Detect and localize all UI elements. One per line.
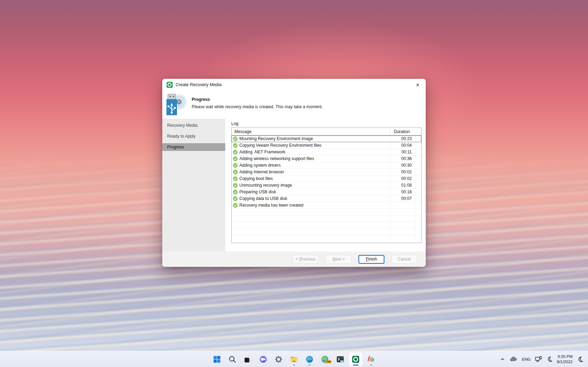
previous-button[interactable]: < Previous [293, 255, 319, 264]
tray-date: 8/1/2022 [557, 359, 573, 364]
step-title: Progress [192, 97, 323, 102]
success-check-icon [233, 203, 238, 208]
taskbar-icon-edge-canary[interactable]: CAN [318, 352, 332, 366]
log-message: Copying boot files [239, 176, 273, 181]
running-indicator [353, 365, 358, 366]
taskbar-clock[interactable]: 9:26 PM 8/1/2022 [557, 354, 573, 364]
log-duration: 00:07 [390, 195, 421, 202]
success-check-icon [233, 176, 238, 181]
close-button[interactable]: × [412, 80, 424, 90]
log-table-header: Message Duration [232, 128, 421, 136]
log-row-empty [232, 215, 421, 222]
log-message: Adding system drivers [239, 163, 281, 168]
language-indicator[interactable]: ENG [522, 357, 531, 361]
create-recovery-media-dialog: Create Recovery Media × [162, 79, 426, 267]
desktop-wallpaper: Create Recovery Media × [0, 0, 588, 367]
cancel-button[interactable]: Cancel [391, 255, 417, 264]
success-check-icon [233, 183, 238, 188]
running-indicator [308, 365, 310, 366]
success-check-icon [233, 163, 238, 168]
taskbar-icon-start[interactable] [210, 352, 224, 366]
do-not-disturb-icon[interactable] [577, 356, 583, 362]
log-duration: 00:23 [390, 136, 421, 142]
log-row[interactable]: Adding wireless networking support files… [232, 155, 421, 162]
log-row[interactable]: Copying boot files00:02 [232, 175, 421, 182]
taskbar-center: CAN [210, 351, 378, 367]
log-duration: 00:36 [390, 155, 421, 162]
tray-chevron-up-icon[interactable] [500, 357, 505, 361]
log-row[interactable]: Copying data to USB disk00:07 [232, 195, 421, 202]
step-subtitle: Please wait while recovery media is crea… [192, 104, 323, 109]
taskbar-icon-terminal[interactable] [333, 352, 347, 366]
wizard-footer: < PreviousNext >FinishCancel [162, 251, 426, 267]
veeam-app-icon [166, 82, 173, 88]
log-row[interactable]: Unmounting recovery image01:08 [232, 182, 421, 189]
success-check-icon [233, 157, 238, 161]
log-row[interactable]: Adding .NET Framework00:11 [232, 149, 421, 155]
taskbar: CAN ENG [0, 351, 588, 367]
taskbar-icon-chat[interactable] [256, 352, 270, 366]
log-duration: 01:08 [390, 182, 421, 188]
log-row[interactable]: Recovery media has been created [232, 202, 421, 209]
log-table: Message Duration Mounting Recovery Envir… [231, 127, 422, 243]
taskbar-icon-file-explorer[interactable] [287, 352, 301, 366]
moon-icon[interactable] [547, 356, 552, 362]
sidebar-item-recovery-media[interactable]: Recovery Media [162, 122, 225, 129]
log-row[interactable]: Preparing USB disk00:18 [232, 189, 421, 195]
success-check-icon [233, 143, 238, 148]
success-check-icon [233, 137, 238, 141]
log-label: Log: [231, 121, 422, 126]
wizard-sidebar: Recovery MediaReady to ApplyProgress [162, 119, 225, 251]
wizard-content: Log: Message Duration Mounting Recovery … [225, 119, 426, 251]
log-message: Copying Veeam Recovery Environment files [239, 143, 321, 148]
log-row[interactable]: Adding system drivers00:30 [232, 162, 421, 169]
log-message: Preparing USB disk [239, 189, 276, 194]
log-row-empty [232, 209, 421, 215]
log-duration [390, 202, 421, 208]
log-message: Adding wireless networking support files [239, 156, 314, 161]
column-header-message[interactable]: Message [232, 129, 390, 134]
dialog-titlebar: Create Recovery Media × [162, 79, 426, 91]
log-row[interactable]: Copying Veeam Recovery Environment files… [232, 142, 421, 149]
log-duration: 00:11 [390, 149, 421, 155]
taskbar-icon-search[interactable] [225, 352, 239, 366]
taskbar-icon-paint[interactable] [364, 352, 378, 366]
log-row-empty [232, 235, 421, 242]
taskbar-icon-edge[interactable] [302, 352, 316, 366]
taskbar-icon-veeam-recovery[interactable] [349, 352, 363, 366]
log-message: Adding Internet browser [239, 169, 284, 174]
taskbar-icon-task-view[interactable] [241, 352, 255, 366]
success-check-icon [233, 190, 238, 194]
network-icon[interactable] [535, 356, 542, 362]
log-row[interactable]: Adding Internet browser00:02 [232, 169, 421, 175]
finish-button[interactable]: Finish [358, 255, 384, 264]
success-check-icon [233, 150, 238, 154]
log-row-empty [232, 222, 421, 229]
log-table-body: Mounting Recovery Environment image00:23… [232, 136, 421, 242]
next-button[interactable]: Next > [326, 255, 351, 264]
dialog-title: Create Recovery Media [176, 82, 221, 87]
sidebar-item-progress[interactable]: Progress [162, 143, 225, 151]
wizard-header: Progress Please wait while recovery medi… [162, 91, 426, 119]
canary-badge: CAN [325, 360, 331, 363]
log-message: Copying data to USB disk [239, 196, 287, 201]
log-duration: 00:02 [390, 175, 421, 182]
log-message: Recovery media has been created [239, 203, 303, 208]
success-check-icon [233, 196, 238, 201]
log-duration: 00:18 [390, 189, 421, 195]
log-message: Unmounting recovery image [239, 183, 292, 188]
log-row[interactable]: Mounting Recovery Environment image00:23 [232, 136, 421, 142]
running-indicator [370, 365, 372, 366]
log-duration: 00:02 [390, 169, 421, 175]
taskbar-icon-settings[interactable] [272, 352, 286, 366]
log-duration: 00:30 [390, 162, 421, 168]
usb-media-icon [164, 91, 187, 117]
log-duration: 00:04 [390, 142, 421, 148]
onedrive-cloud-icon[interactable] [510, 356, 517, 362]
column-header-duration[interactable]: Duration [390, 128, 421, 135]
tray-time: 9:26 PM [557, 354, 573, 359]
success-check-icon [233, 170, 238, 174]
sidebar-item-ready-to-apply[interactable]: Ready to Apply [162, 132, 225, 140]
log-message: Mounting Recovery Environment image [239, 136, 313, 141]
log-row-empty [232, 229, 421, 235]
